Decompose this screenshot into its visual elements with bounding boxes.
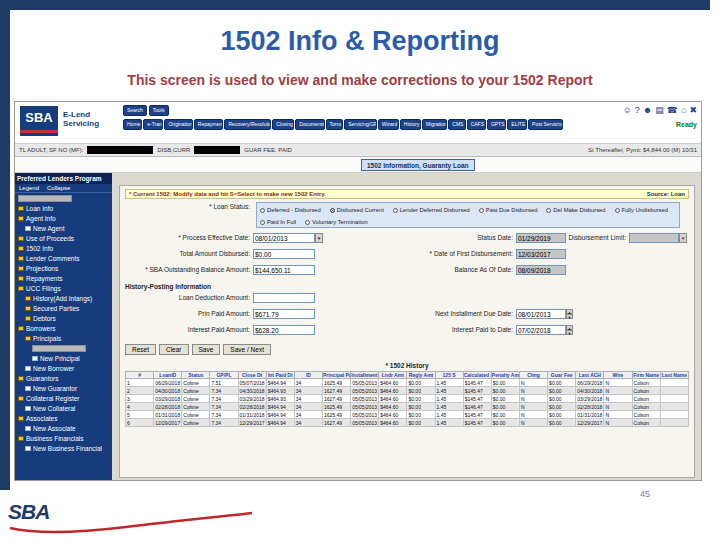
prin-paid-amount-input[interactable] [253, 309, 315, 319]
help-icon[interactable]: ? [635, 105, 640, 115]
history-column-principal-pay[interactable]: Principal Pay [322, 372, 350, 379]
clear-button[interactable]: Clear [159, 344, 189, 355]
sidebar-item-new-associate[interactable]: New Associate [15, 423, 112, 433]
sidebar-item-borrowers[interactable]: Borrowers [15, 323, 112, 333]
history-column-125-s[interactable]: 125 S [435, 372, 463, 379]
table-row[interactable]: 106/29/2018Colsne7.5105/07/2018$464.9434… [126, 379, 689, 387]
history-column-penalty-amt[interactable]: Penalty Amt [491, 372, 519, 379]
toolbar-button-tools[interactable]: Tools [149, 105, 169, 116]
collapse-link[interactable]: Collapse [47, 185, 70, 191]
history-column-firm-name[interactable]: Firm Name [632, 372, 660, 379]
history-column-[interactable]: # [126, 372, 154, 379]
loan-status-option-del-make-disbursed[interactable]: Del Make Disbursed [546, 207, 605, 213]
history-column-id[interactable]: ID [294, 372, 322, 379]
radio-icon[interactable] [546, 208, 551, 213]
process-effective-date-input[interactable] [253, 233, 315, 243]
table-row[interactable]: 612/29/2017Colsne7.3412/29/2017$464.9434… [126, 419, 689, 427]
sidebar-item-new-principal[interactable]: New Principal [15, 353, 112, 363]
sba-outstanding-balance-input[interactable] [253, 265, 315, 275]
home-icon[interactable]: ⌂ [681, 105, 686, 115]
nav-button-repayment[interactable]: Repayment [194, 119, 224, 130]
nav-button-e-tran[interactable]: e-Tran [143, 119, 163, 130]
history-column-calculated-amt[interactable]: Calculated Amt [463, 372, 491, 379]
nav-button-elite[interactable]: ELITE [507, 119, 527, 130]
sidebar-item-business-financials[interactable]: Business Financials [15, 433, 112, 443]
history-column-regly-amt[interactable]: Regly Amt [407, 372, 435, 379]
nav-button-cafs[interactable]: CAFS [467, 119, 486, 130]
history-column-gp-pl[interactable]: GP/PL [210, 372, 238, 379]
history-column-guar-fee[interactable]: Guar Fee [548, 372, 576, 379]
nav-button-documents[interactable]: Documents [295, 119, 324, 130]
loan-status-option-deferred-disbursed[interactable]: Deferred - Disbursed [260, 207, 321, 213]
sidebar-item-secured-parties[interactable]: Secured Parties [15, 303, 112, 313]
sidebar-item-new-business-financial[interactable]: New Business Financial [15, 443, 112, 453]
table-row[interactable]: 303/29/2018Colsne7.3403/29/2018$464.9334… [126, 395, 689, 403]
sidebar-item-redacted[interactable] [15, 193, 112, 203]
loan-status-option-paid-in-full[interactable]: Paid In Full [260, 219, 296, 225]
history-column-installment-due-dt[interactable]: Installment Due Dt [351, 372, 379, 379]
spinner-down-icon[interactable]: ▼ [566, 330, 573, 335]
sidebar-item-projections[interactable]: Projections [15, 263, 112, 273]
history-column-int-paid-dt[interactable]: Int Paid Dt [266, 372, 294, 379]
total-amount-disbursed-input[interactable] [253, 249, 315, 259]
nav-button-servicing-gp[interactable]: Servicing/GP [344, 119, 377, 130]
nav-button-wizard[interactable]: Wizard [378, 119, 399, 130]
history-column-chng[interactable]: Chng [519, 372, 547, 379]
save-next-button[interactable]: Save / Next [223, 344, 271, 355]
sidebar-item-repayments[interactable]: Repayments [15, 273, 112, 283]
loan-status-option-disbursed-current[interactable]: Disbursed Current [330, 207, 384, 213]
radio-icon[interactable] [260, 208, 265, 213]
radio-icon[interactable] [479, 208, 484, 213]
user-icon[interactable]: ☺ [623, 105, 632, 115]
sidebar-item-lender-comments[interactable]: Lender Comments [15, 253, 112, 263]
sidebar-item-new-borrower[interactable]: New Borrower [15, 363, 112, 373]
users-icon[interactable]: ☻ [643, 105, 652, 115]
logout-icon[interactable]: ✖ [689, 105, 697, 115]
nav-button-home[interactable]: Home [123, 119, 142, 130]
loan-status-option-fully-undisbursed[interactable]: Fully Undisbursed [615, 207, 668, 213]
nav-button-migration[interactable]: Migration [422, 119, 447, 130]
sidebar-item-redacted[interactable] [15, 343, 112, 353]
tab-1502-information[interactable]: 1502 Information, Guaranty Loan [361, 159, 475, 171]
reset-button[interactable]: Reset [125, 344, 156, 355]
spinner-down-icon[interactable]: ▼ [566, 314, 573, 319]
phone-icon[interactable]: ☎ [667, 105, 678, 115]
sidebar-item-use-of-proceeds[interactable]: Use of Proceeds [15, 233, 112, 243]
legend-link[interactable]: Legend [19, 185, 39, 191]
table-row[interactable]: 501/31/2018Colsne7.3401/31/2018$464.9434… [126, 411, 689, 419]
radio-icon[interactable] [615, 208, 620, 213]
sidebar-item-guarantors[interactable]: Guarantors [15, 373, 112, 383]
table-row[interactable]: 402/28/2018Colsne7.3402/28/2018$464.9434… [126, 403, 689, 411]
nav-button-recovery-resolution[interactable]: Recovery/Resolution [224, 119, 271, 130]
print-icon[interactable]: ▤ [655, 105, 664, 115]
history-column-lndr-amt[interactable]: Lndr Amt [379, 372, 407, 379]
sidebar-item-new-guarantor[interactable]: New Guarantor [15, 383, 112, 393]
loan-status-option-lender-deferred-disbursed[interactable]: Lender Deferred Disbursed [393, 207, 470, 213]
nav-button-cms[interactable]: CMS [448, 119, 465, 130]
toolbar-button-search[interactable]: Search [123, 105, 147, 116]
sidebar-item-ucc-filings[interactable]: UCC Filings [15, 283, 112, 293]
loan-deduction-amount-input[interactable] [253, 293, 315, 303]
sidebar-item-history-add-intangs[interactable]: History(Add Intangs) [15, 293, 112, 303]
sidebar-item-new-agent[interactable]: New Agent [15, 223, 112, 233]
chevron-down-icon[interactable]: ▾ [679, 233, 687, 243]
save-button[interactable]: Save [192, 344, 221, 355]
radio-icon[interactable] [393, 208, 398, 213]
sidebar-item-collateral-register[interactable]: Collateral Register [15, 393, 112, 403]
chevron-down-icon[interactable]: ▾ [315, 233, 323, 243]
nav-button-history[interactable]: History [400, 119, 421, 130]
interest-paid-to-date-input[interactable] [516, 325, 566, 335]
interest-paid-amount-input[interactable] [253, 325, 315, 335]
nav-button-post-servicing[interactable]: Post Servicing [528, 119, 563, 130]
table-row[interactable]: 204/30/2018Colsne7.3404/30/2018$464.9334… [126, 387, 689, 395]
loan-status-option-voluntary-termination[interactable]: Voluntary Termination [305, 219, 368, 225]
history-column-wire[interactable]: Wire [604, 372, 632, 379]
history-column-last-ach[interactable]: Last ACH [576, 372, 604, 379]
loan-status-option-past-due-disbursed[interactable]: Past Due Disbursed [479, 207, 538, 213]
history-column-close-dt[interactable]: Close Dt [238, 372, 266, 379]
nav-button-gpts[interactable]: GPTS [487, 119, 506, 130]
sidebar-item-agent-info[interactable]: Agent Info [15, 213, 112, 223]
nav-button-torro[interactable]: Torro [326, 119, 344, 130]
history-column-last-name[interactable]: Last Name [660, 372, 688, 379]
radio-icon[interactable] [260, 220, 265, 225]
